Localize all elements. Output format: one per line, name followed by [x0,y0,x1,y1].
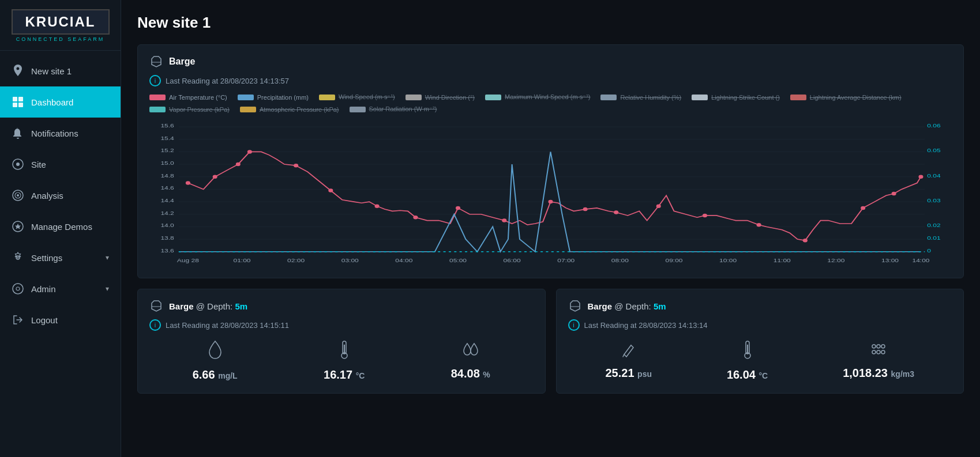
metric-dissolved-oxygen: 6.66 mg/L [193,340,238,382]
svg-text:0.01: 0.01 [927,235,940,241]
svg-text:14:00: 14:00 [912,257,929,263]
svg-marker-10 [15,224,21,229]
reading-text-left: Last Reading at 28/08/2023 14:15:11 [166,321,289,330]
location-circle-icon [12,158,24,171]
svg-text:03:00: 03:00 [341,257,359,263]
logo-sub: CONNECTED SEAFARM [16,36,105,42]
sidebar-item-manage-demos[interactable]: Manage Demos [0,211,121,242]
svg-point-63 [247,150,252,154]
bottom-right-header: Barge @ Depth: 5m [568,299,952,314]
droplets-icon [461,341,480,362]
legend-item-lightning-dist: Lightning Average Distance (km) [790,93,902,101]
temp-right-value: 16.04 °C [727,368,768,382]
svg-text:05:00: 05:00 [449,257,467,263]
legend-swatch-solar-radiation [350,107,366,112]
barge-label: Barge [169,56,195,67]
svg-text:0.02: 0.02 [927,222,940,229]
bottom-left-metrics: 6.66 mg/L 16.17 °C [149,340,534,382]
legend-label-rel-humidity: Relative Humidity (%) [620,94,681,101]
chevron-down-icon-admin: ▾ [106,285,109,293]
legend-label-solar-radiation: Solar Radiation (W·m⁻²) [369,105,437,113]
svg-point-8 [17,194,19,197]
metric-salinity: 25.21 psu [605,342,652,380]
reading-text-right: Last Reading at 28/08/2023 14:13:14 [584,321,708,330]
svg-text:10:00: 10:00 [719,257,737,263]
legend-item-wind-speed: Wind Speed (m·s⁻¹) [319,93,395,101]
thermometer-icon-left [338,340,351,364]
bottom-left-card: Barge @ Depth: 5m i Last Reading at 28/0… [137,289,546,394]
sidebar-item-label-admin: Admin [31,284,99,294]
legend-swatch-max-wind [485,95,501,100]
main-chart-header: Barge [149,54,952,69]
metric-density: 1,018.23 kg/m3 [843,342,914,380]
main-chart-reading: i Last Reading at 28/08/2023 14:13:57 [149,75,952,86]
svg-point-75 [757,223,761,227]
barge-icon-right [568,299,582,314]
star-circle-icon [12,220,24,233]
metric-temperature-right: 16.04 °C [727,340,768,382]
chart-svg: 15.6 15.4 15.2 15.0 14.8 14.6 14.4 14.2 … [149,119,952,269]
svg-point-72 [614,210,618,214]
legend-swatch-wind-speed [319,95,335,100]
svg-text:14.0: 14.0 [160,222,174,229]
legend-label-lightning-dist: Lightning Average Distance (km) [810,94,902,101]
svg-text:13:00: 13:00 [881,257,899,263]
bottom-left-reading: i Last Reading at 28/08/2023 14:15:11 [149,319,534,331]
sidebar-logo: KRUCIAL CONNECTED SEAFARM [0,0,121,51]
sidebar-item-logout[interactable]: Logout [0,304,121,335]
svg-point-73 [656,204,661,208]
salinity-value: 25.21 psu [605,367,652,380]
svg-point-70 [548,200,553,204]
svg-text:01:00: 01:00 [233,257,250,263]
svg-text:06:00: 06:00 [504,257,521,263]
barge-icon-left [149,299,163,314]
sidebar-item-site[interactable]: Site [0,149,121,180]
pen-icon [621,342,637,362]
chevron-down-icon: ▾ [106,254,109,262]
page-title: New site 1 [137,14,964,32]
sidebar-item-new-site-1[interactable]: New site 1 [0,55,121,86]
svg-text:04:00: 04:00 [395,257,412,263]
svg-point-74 [703,214,707,218]
bottom-left-header: Barge @ Depth: 5m [149,299,534,314]
legend-item-lightning-count: Lightning Strike Count () [692,93,780,101]
legend-item-rel-humidity: Relative Humidity (%) [600,93,681,101]
gear-circle-icon [12,282,24,295]
svg-point-62 [236,163,241,167]
svg-point-66 [375,204,380,208]
sidebar-item-analysis[interactable]: Analysis [0,180,121,211]
legend-swatch-vapor-pressure [149,107,166,112]
svg-point-13 [16,287,20,290]
bottom-cards: Barge @ Depth: 5m i Last Reading at 28/0… [137,289,964,394]
sidebar-item-notifications[interactable]: Notifications [0,118,121,149]
sidebar-item-dashboard[interactable]: Dashboard [0,86,121,118]
svg-text:15.2: 15.2 [160,148,174,154]
svg-point-94 [881,350,885,354]
chart-legend: Air Temperature (°C) Precipitation (mm) … [149,93,952,113]
svg-text:14.6: 14.6 [160,185,174,191]
legend-label-max-wind: Maximum Wind Speed (m·s⁻¹) [505,93,590,101]
gear-icon [12,251,24,264]
svg-point-91 [881,345,885,348]
barge-icon [149,54,163,69]
sidebar-item-label-manage-demos: Manage Demos [31,222,109,232]
legend-item-wind-dir: Wind Direction (°) [405,93,475,101]
info-icon: i [149,75,161,86]
svg-line-85 [623,354,624,357]
svg-rect-15 [149,119,952,269]
legend-swatch-lightning-count [692,95,708,100]
svg-point-60 [186,181,190,185]
svg-point-65 [328,188,333,192]
svg-point-61 [213,175,217,179]
density-value: 1,018.23 kg/m3 [843,367,914,380]
svg-text:0.04: 0.04 [927,172,940,179]
sidebar-item-settings[interactable]: Settings ▾ [0,242,121,273]
svg-point-5 [16,163,20,166]
legend-item-solar-radiation: Solar Radiation (W·m⁻²) [350,105,437,113]
svg-text:15.6: 15.6 [160,122,174,129]
legend-item-atm-pressure: Atmospheric Pressure (kPa) [240,105,339,113]
svg-point-68 [456,206,460,210]
sidebar-item-admin[interactable]: Admin ▾ [0,273,121,304]
svg-text:15.4: 15.4 [160,135,174,141]
sidebar-item-label-settings: Settings [31,253,99,263]
